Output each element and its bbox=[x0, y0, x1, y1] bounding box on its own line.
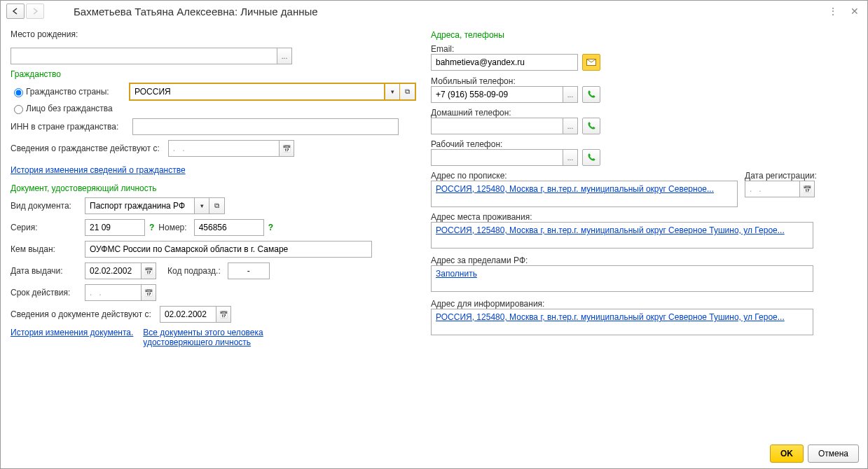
email-input[interactable] bbox=[431, 54, 578, 71]
stateless-label: Лицо без гражданства bbox=[26, 104, 113, 113]
reg-date-calendar-icon[interactable] bbox=[799, 181, 815, 197]
fill-foreign-addr-link[interactable]: Заполнить bbox=[436, 269, 477, 279]
mobile-label: Мобильный телефон: bbox=[431, 76, 853, 86]
citizenship-dropdown-button[interactable] bbox=[385, 83, 400, 100]
number-help-icon[interactable]: ? bbox=[268, 223, 273, 232]
citizenship-expand-button[interactable] bbox=[400, 83, 415, 100]
doc-valid-from-calendar-icon[interactable] bbox=[216, 306, 231, 323]
citizenship-country-input[interactable] bbox=[130, 83, 385, 100]
citizenship-valid-from-calendar-icon[interactable] bbox=[279, 140, 294, 157]
series-label: Серия: bbox=[11, 223, 81, 232]
left-column: Место рождения: ... Гражданство Гражданс… bbox=[11, 26, 417, 352]
notify-addr-label: Адрес для информирования: bbox=[431, 299, 853, 309]
footer: OK Отмена bbox=[770, 444, 859, 463]
forward-button[interactable] bbox=[26, 4, 44, 19]
series-help-icon[interactable]: ? bbox=[149, 223, 154, 232]
email-label: Email: bbox=[431, 44, 853, 54]
back-button[interactable] bbox=[6, 4, 25, 19]
home-phone-label: Домашний телефон: bbox=[431, 108, 853, 118]
issue-date-label: Дата выдачи: bbox=[11, 266, 81, 276]
birthplace-input[interactable] bbox=[11, 48, 277, 64]
document-header: Документ, удостоверяющий личность bbox=[11, 183, 417, 193]
ok-button[interactable]: OK bbox=[770, 444, 804, 463]
citizenship-valid-from-label: Сведения о гражданстве действуют с: bbox=[11, 144, 160, 153]
issue-date-calendar-icon[interactable] bbox=[141, 262, 156, 279]
notify-addr-link[interactable]: РОССИЯ, 125480, Москва г, вн.тер.г. муни… bbox=[436, 312, 785, 322]
personal-data-window: Бахметьева Татьяна Алексеевна: Личные да… bbox=[0, 0, 868, 469]
mobile-input[interactable] bbox=[431, 86, 563, 103]
number-label: Номер: bbox=[158, 223, 186, 232]
close-icon[interactable]: ✕ bbox=[848, 6, 862, 17]
issued-by-input[interactable] bbox=[85, 241, 372, 258]
send-email-button[interactable] bbox=[582, 54, 600, 71]
reg-date-label: Дата регистрации: bbox=[745, 171, 817, 181]
issued-by-label: Кем выдан: bbox=[11, 244, 81, 254]
doc-type-expand-button[interactable] bbox=[209, 197, 225, 214]
res-addr-box[interactable]: РОССИЯ, 125480, Москва г, вн.тер.г. муни… bbox=[431, 222, 813, 248]
titlebar: Бахметьева Татьяна Алексеевна: Личные да… bbox=[1, 1, 867, 22]
inn-input[interactable] bbox=[132, 118, 399, 135]
notify-addr-box[interactable]: РОССИЯ, 125480, Москва г, вн.тер.г. муни… bbox=[431, 309, 813, 335]
doc-valid-from-input[interactable] bbox=[160, 306, 216, 323]
call-mobile-button[interactable] bbox=[582, 86, 600, 103]
citizenship-country-radio[interactable] bbox=[14, 88, 23, 97]
series-input[interactable] bbox=[85, 219, 145, 236]
doc-history-link[interactable]: История изменения документа. bbox=[11, 328, 133, 337]
dept-code-input[interactable] bbox=[228, 262, 270, 279]
reg-addr-box[interactable]: РОССИЯ, 125480, Москва г, вн.тер.г. муни… bbox=[431, 181, 738, 207]
work-phone-input[interactable] bbox=[431, 149, 563, 166]
doc-valid-from-label: Сведения о документе действуют с: bbox=[11, 309, 151, 319]
right-column: Адреса, телефоны Email: Мобильный телефо… bbox=[431, 26, 857, 352]
reg-date-input[interactable] bbox=[745, 181, 799, 197]
reg-addr-link[interactable]: РОССИЯ, 125480, Москва г, вн.тер.г. муни… bbox=[436, 184, 714, 194]
birthplace-label: Место рождения: bbox=[11, 29, 78, 39]
more-icon[interactable]: ⋮ bbox=[825, 6, 841, 17]
validity-calendar-icon[interactable] bbox=[141, 284, 156, 301]
res-addr-label: Адрес места проживания: bbox=[431, 212, 853, 222]
work-phone-more-button[interactable]: ... bbox=[563, 149, 578, 166]
doc-type-label: Вид документа: bbox=[11, 201, 81, 211]
citizenship-valid-from-input[interactable] bbox=[168, 140, 279, 157]
work-phone-label: Рабочий телефон: bbox=[431, 139, 853, 149]
number-input[interactable] bbox=[194, 219, 264, 236]
cancel-button[interactable]: Отмена bbox=[808, 444, 859, 463]
call-work-button[interactable] bbox=[582, 149, 600, 166]
foreign-addr-box[interactable]: Заполнить bbox=[431, 265, 813, 292]
foreign-addr-label: Адрес за пределами РФ: bbox=[431, 255, 853, 265]
call-home-button[interactable] bbox=[582, 118, 600, 134]
dept-code-label: Код подразд.: bbox=[167, 266, 221, 276]
doc-type-input[interactable] bbox=[85, 197, 194, 214]
all-docs-link[interactable]: Все документы этого человека удостоверяю… bbox=[143, 328, 283, 347]
validity-label: Срок действия: bbox=[11, 288, 81, 298]
doc-type-dropdown-button[interactable] bbox=[194, 197, 209, 214]
birthplace-more-button[interactable]: ... bbox=[277, 48, 292, 64]
citizenship-country-label: Гражданство страны: bbox=[26, 87, 125, 97]
window-title: Бахметьева Татьяна Алексеевна: Личные да… bbox=[74, 6, 318, 18]
home-phone-more-button[interactable]: ... bbox=[563, 118, 578, 134]
res-addr-link[interactable]: РОССИЯ, 125480, Москва г, вн.тер.г. муни… bbox=[436, 225, 785, 235]
citizenship-history-link[interactable]: История изменения сведений о гражданстве bbox=[11, 165, 186, 175]
issue-date-input[interactable] bbox=[85, 262, 141, 279]
reg-addr-label: Адрес по прописке: bbox=[431, 171, 733, 181]
stateless-radio[interactable] bbox=[14, 105, 23, 114]
citizenship-header: Гражданство bbox=[11, 69, 417, 79]
contacts-header: Адреса, телефоны bbox=[431, 30, 857, 40]
inn-label: ИНН в стране гражданства: bbox=[11, 122, 128, 132]
mobile-more-button[interactable]: ... bbox=[563, 86, 578, 103]
home-phone-input[interactable] bbox=[431, 118, 563, 134]
validity-input[interactable] bbox=[85, 284, 141, 301]
